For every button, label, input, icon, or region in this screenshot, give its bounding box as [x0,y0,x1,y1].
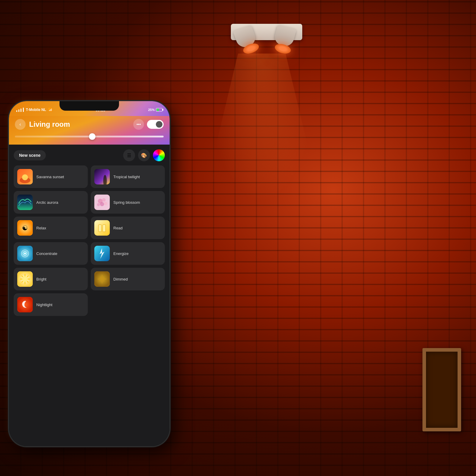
status-left: T-Mobile NL 📶 [16,108,53,112]
header-section: ‹ Living room ••• [9,116,170,145]
battery-tip [162,109,163,111]
toggle-knob [156,121,162,128]
phone-screen: T-Mobile NL 📶 09:23 25% ‹ [9,101,170,446]
scene-label-nightlight: Nightlight [36,303,52,307]
toolbar-icons: ☰ 🎨 [123,149,165,161]
svg-point-21 [24,253,26,254]
brightness-slider[interactable] [15,134,164,139]
scene-read[interactable]: Read [91,217,165,239]
new-scene-button[interactable]: New scene [14,150,46,160]
scene-thumb-bright [17,271,33,287]
scene-label-arctic: Arctic aurora [36,200,58,205]
scene-nightlight[interactable]: Nightlight [14,293,88,316]
svg-point-10 [100,202,104,206]
svg-text:☯: ☯ [22,224,28,232]
list-view-button[interactable]: ☰ [123,149,135,161]
color-wheel-button[interactable] [153,149,165,161]
power-toggle[interactable] [147,120,164,129]
svg-rect-39 [17,297,33,312]
scene-arctic-aurora[interactable]: Arctic aurora [14,191,88,214]
scene-thumb-relax: ☯ [17,220,33,236]
svg-point-34 [99,276,105,282]
svg-rect-17 [103,225,106,232]
svg-point-12 [104,202,107,205]
scenes-grid: Savanna sunset Tropical twilight [14,165,165,316]
scene-thumb-nightlight [17,297,33,312]
svg-point-2 [22,174,28,180]
carrier-label: T-Mobile NL [26,108,46,112]
more-icon: ••• [137,122,141,127]
scene-dimmed[interactable]: Dimmed [91,268,165,290]
svg-rect-3 [94,169,110,184]
room-title: Living room [29,120,133,129]
scene-savanna-sunset[interactable]: Savanna sunset [14,165,88,188]
scene-concentrate[interactable]: Concentrate [14,242,88,265]
notch [60,101,119,111]
battery-icon [156,108,162,112]
scene-label-bright: Bright [36,277,46,281]
svg-point-9 [102,198,106,202]
back-icon: ‹ [19,122,21,127]
scene-tropical-twilight[interactable]: Tropical twilight [91,165,165,188]
scene-label-energize: Energize [113,251,129,256]
scene-thumb-dimmed [94,271,110,287]
brightness-track [15,136,164,137]
scene-thumb-spring [94,195,110,210]
scene-label-read: Read [113,226,123,230]
list-icon: ☰ [127,153,131,158]
scene-label-tropical: Tropical twilight [113,175,140,179]
svg-point-11 [97,203,100,206]
svg-rect-15 [94,220,110,236]
more-button[interactable]: ••• [133,119,144,130]
scene-thumb-arctic [17,195,33,210]
palette-icon: 🎨 [141,153,147,158]
scene-spring-blossom[interactable]: Spring blossom [91,191,165,214]
scene-thumb-read [94,220,110,236]
scenes-toolbar: New scene ☰ 🎨 [14,149,165,161]
scene-label-dimmed: Dimmed [113,277,128,281]
wifi-icon: 📶 [48,108,53,112]
scene-label-relax: Relax [36,226,46,230]
picture-frame [422,348,461,431]
scene-thumb-tropical [94,169,110,184]
scene-label-savanna: Savanna sunset [36,175,64,179]
scene-thumb-concentrate [17,246,33,261]
scene-relax[interactable]: ☯ Relax [14,217,88,239]
scene-label-spring: Spring blossom [113,200,140,205]
svg-rect-16 [98,225,101,232]
header-row: ‹ Living room ••• [15,119,164,130]
scenes-section: New scene ☰ 🎨 [9,145,170,321]
phone: T-Mobile NL 📶 09:23 25% ‹ [9,101,170,446]
scene-label-concentrate: Concentrate [36,251,57,256]
scene-bright[interactable]: Bright [14,268,88,290]
header-actions: ••• [133,119,164,130]
battery-percent: 25% [148,108,155,112]
scene-thumb-savanna [17,169,33,184]
palette-button[interactable]: 🎨 [138,149,150,161]
battery-fill [156,109,159,111]
status-right: 25% [148,108,162,112]
back-button[interactable]: ‹ [15,119,26,130]
signal-icon [16,108,24,112]
brightness-thumb[interactable] [89,133,95,140]
scene-thumb-energize [94,246,110,261]
phone-frame: T-Mobile NL 📶 09:23 25% ‹ [9,101,170,446]
scene-energize[interactable]: Energize [91,242,165,265]
light-fixture [219,18,314,60]
